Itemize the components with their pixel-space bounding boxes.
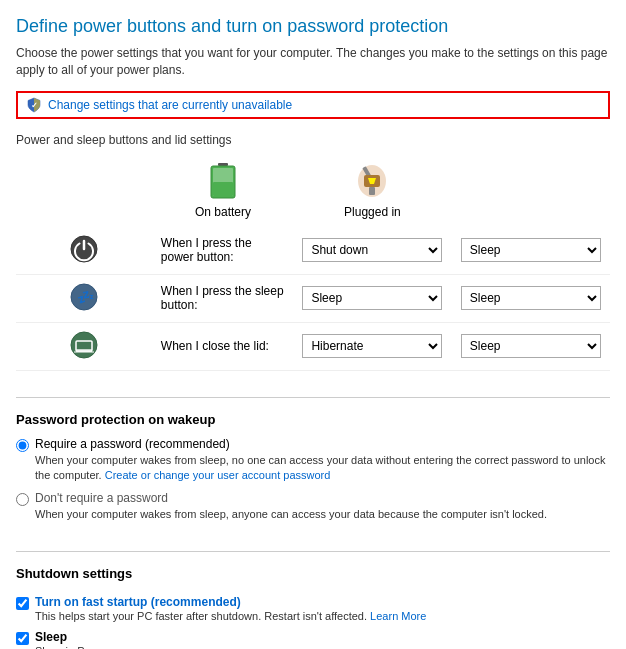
lid-row-icon — [16, 322, 153, 370]
password-radio-group: Require a password (recommended)When you… — [16, 437, 610, 531]
shutdown-text-0: Turn on fast startup (recommended)This h… — [35, 595, 426, 624]
row-label-2: When I close the lid: — [153, 322, 293, 370]
radio-desc-1: When your computer wakes from sleep, any… — [35, 507, 547, 522]
power-settings-table: On battery Plugged in — [16, 157, 610, 371]
svg-point-13 — [71, 332, 97, 358]
table-row: When I close the lid:Do nothingSleepHibe… — [16, 322, 610, 370]
shutdown-item-0: Turn on fast startup (recommended)This h… — [16, 595, 610, 624]
row-label-0: When I press the power button: — [153, 227, 293, 275]
battery-select-1[interactable]: Do nothingSleepHibernateShut downTurn of… — [302, 286, 442, 310]
radio-option-1: Don't require a passwordWhen your comput… — [16, 491, 610, 522]
plugged-column-label: Plugged in — [344, 205, 401, 219]
battery-select-0[interactable]: Do nothingSleepHibernateShut downTurn of… — [302, 238, 442, 262]
shutdown-link-0[interactable]: Learn More — [370, 610, 426, 622]
radio-desc-0: When your computer wakes from sleep, no … — [35, 453, 610, 484]
shutdown-section-title: Shutdown settings — [16, 566, 610, 581]
page-title: Define power buttons and turn on passwor… — [16, 16, 610, 37]
radio-title-0: Require a password (recommended) — [35, 437, 610, 451]
svg-rect-8 — [369, 187, 375, 195]
battery-select-2[interactable]: Do nothingSleepHibernateShut downTurn of… — [302, 334, 442, 358]
page-description: Choose the power settings that you want … — [16, 45, 610, 79]
table-row: When I press the power button:Do nothing… — [16, 227, 610, 275]
shutdown-item-1: SleepShow in Power menu. — [16, 630, 610, 649]
shutdown-title-0: Turn on fast startup (recommended) — [35, 595, 426, 609]
battery-icon — [208, 161, 238, 201]
sleep-row-icon: 💤 — [16, 274, 153, 322]
shutdown-sub-0: This helps start your PC faster after sh… — [35, 609, 426, 624]
shutdown-title-1: Sleep — [35, 630, 142, 644]
plugged-select-1[interactable]: Do nothingSleepHibernateShut downTurn of… — [461, 286, 601, 310]
password-section-title: Password protection on wakeup — [16, 412, 610, 427]
radio-text-1: Don't require a passwordWhen your comput… — [35, 491, 547, 522]
plugged-select-0[interactable]: Do nothingSleepHibernateShut downTurn of… — [461, 238, 601, 262]
svg-rect-4 — [213, 182, 233, 196]
radio-text-0: Require a password (recommended)When you… — [35, 437, 610, 484]
shutdown-checkbox-0[interactable] — [16, 597, 29, 610]
shield-icon: ✓ — [26, 97, 42, 113]
radio-title-1: Don't require a password — [35, 491, 547, 505]
divider-1 — [16, 397, 610, 398]
svg-text:💤: 💤 — [77, 289, 95, 306]
shutdown-checkbox-1[interactable] — [16, 632, 29, 645]
battery-column-label: On battery — [195, 205, 251, 219]
radio-option-0: Require a password (recommended)When you… — [16, 437, 610, 484]
change-settings-text: Change settings that are currently unava… — [48, 98, 292, 112]
radio-input-0[interactable] — [16, 439, 29, 452]
row-label-1: When I press the sleep button: — [153, 274, 293, 322]
divider-2 — [16, 551, 610, 552]
radio-input-1[interactable] — [16, 493, 29, 506]
shutdown-text-1: SleepShow in Power menu. — [35, 630, 142, 649]
power-row-icon — [16, 227, 153, 275]
shutdown-sub-1: Show in Power menu. — [35, 644, 142, 649]
plugged-icon — [354, 161, 390, 201]
svg-text:✓: ✓ — [31, 101, 38, 110]
plugged-select-2[interactable]: Do nothingSleepHibernateShut downTurn of… — [461, 334, 601, 358]
shutdown-items: Turn on fast startup (recommended)This h… — [16, 595, 610, 649]
change-settings-link[interactable]: ✓ Change settings that are currently una… — [16, 91, 610, 119]
power-buttons-section-label: Power and sleep buttons and lid settings — [16, 133, 610, 147]
radio-link-0[interactable]: Create or change your user account passw… — [105, 469, 331, 481]
table-row: 💤When I press the sleep button:Do nothin… — [16, 274, 610, 322]
